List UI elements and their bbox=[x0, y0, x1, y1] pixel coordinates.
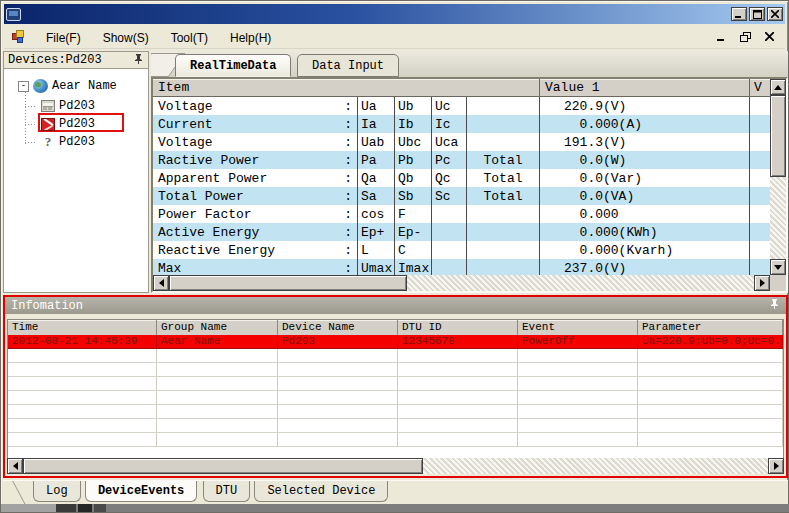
scrollbar-thumb[interactable] bbox=[770, 95, 786, 177]
tab-dtu[interactable]: DTU bbox=[203, 481, 251, 502]
sub-item-cell bbox=[466, 259, 539, 275]
sub-item-cell bbox=[431, 205, 466, 223]
event-cell bbox=[518, 419, 638, 432]
scroll-down-button[interactable] bbox=[770, 259, 786, 275]
mdi-restore-button[interactable] bbox=[739, 31, 751, 43]
tree-node-label: Pd203 bbox=[59, 99, 95, 113]
event-row-empty[interactable] bbox=[8, 391, 783, 405]
realtime-table-row[interactable]: Max:UmaxImax237.0(V) bbox=[153, 259, 770, 275]
realtime-table-row[interactable]: Active Energy:Ep+Ep- 0.000(KWh) bbox=[153, 223, 770, 241]
event-row-alert[interactable]: 2012-08-21 14:45:39Aear NamePd2031234567… bbox=[8, 335, 783, 349]
event-column-header[interactable]: Group Name bbox=[157, 320, 278, 335]
menu-item[interactable]: Tool(T) bbox=[160, 28, 219, 48]
right-arrow-icon bbox=[760, 279, 765, 287]
event-cell bbox=[398, 349, 518, 362]
vertical-scrollbar[interactable] bbox=[770, 79, 786, 275]
event-cell: Ua=220.9;Ub=0.0;Uc=0.0 bbox=[638, 335, 783, 348]
tab-deviceevents[interactable]: DeviceEvents bbox=[85, 481, 197, 502]
sub-item-cell bbox=[466, 97, 539, 115]
menu-item[interactable]: Show(S) bbox=[92, 28, 160, 48]
scroll-left-button[interactable] bbox=[153, 275, 169, 291]
realtime-table-row[interactable]: Voltage:UabUbcUca191.3(V) bbox=[153, 133, 770, 151]
event-cell bbox=[8, 419, 157, 432]
meter-icon bbox=[41, 100, 55, 112]
event-row-empty[interactable] bbox=[8, 377, 783, 391]
scroll-up-button[interactable] bbox=[770, 79, 786, 95]
event-column-header[interactable]: Device Name bbox=[278, 320, 398, 335]
item-label: Reactive Energy bbox=[158, 243, 275, 258]
tab-data-input[interactable]: Data Input bbox=[297, 54, 399, 77]
value1-cell: 237.0(V) bbox=[539, 259, 749, 275]
tab-realtimedata[interactable]: RealTimeData bbox=[175, 54, 291, 77]
scroll-right-button[interactable] bbox=[754, 275, 770, 291]
event-row-empty[interactable] bbox=[8, 405, 783, 419]
column-header-item[interactable]: Item bbox=[153, 79, 539, 96]
tree-collapse-icon[interactable]: - bbox=[18, 81, 29, 92]
menu-item[interactable]: File(F) bbox=[35, 28, 92, 48]
event-cell bbox=[278, 377, 398, 390]
sub-item-cell: C bbox=[394, 241, 431, 259]
mdi-close-button[interactable] bbox=[763, 31, 775, 43]
scroll-right-button[interactable] bbox=[768, 458, 784, 474]
tree-device-node[interactable]: ?Pd203 bbox=[25, 133, 95, 151]
event-cell bbox=[638, 363, 783, 376]
event-row-empty[interactable] bbox=[8, 349, 783, 363]
realtime-table-row[interactable]: Reactive Energy:LC 0.000(Kvarh) bbox=[153, 241, 770, 259]
tree-node-label: Aear Name bbox=[52, 79, 117, 93]
mdi-minimize-button[interactable] bbox=[715, 31, 727, 43]
pin-icon[interactable] bbox=[133, 53, 144, 68]
realtime-table-row[interactable]: Total Power:SaSbScTotal 0.0(VA) bbox=[153, 187, 770, 205]
sub-item-cell: L bbox=[357, 241, 394, 259]
tab-log[interactable]: Log bbox=[33, 481, 81, 502]
realtime-table-row[interactable]: Ractive Power:PaPbPcTotal 0.0(W) bbox=[153, 151, 770, 169]
event-cell bbox=[157, 363, 278, 376]
event-row-empty[interactable] bbox=[8, 363, 783, 377]
event-cell bbox=[8, 349, 157, 362]
event-cell bbox=[8, 391, 157, 404]
sub-item-cell: Pb bbox=[394, 151, 431, 169]
value2-cell-partial bbox=[749, 187, 770, 205]
title-bar[interactable] bbox=[4, 4, 785, 24]
event-row-empty[interactable] bbox=[8, 419, 783, 433]
realtime-table-row[interactable]: Apparent Power:QaQbQcTotal 0.0(Var) bbox=[153, 169, 770, 187]
close-button[interactable] bbox=[767, 7, 783, 21]
value2-cell-partial bbox=[749, 241, 770, 259]
horizontal-scrollbar[interactable] bbox=[7, 458, 784, 474]
realtime-table-row[interactable]: Voltage:UaUbUc220.9(V) bbox=[153, 97, 770, 115]
event-column-header[interactable]: Event bbox=[518, 320, 638, 335]
realtime-table-row[interactable]: Current:IaIbIc 0.000(A) bbox=[153, 115, 770, 133]
tree-device-node[interactable]: Pd203 bbox=[25, 115, 95, 133]
event-column-header[interactable]: DTU ID bbox=[398, 320, 518, 335]
desktop-taskbar-sliver bbox=[1, 504, 789, 512]
maximize-button[interactable] bbox=[749, 7, 765, 21]
realtime-table-row[interactable]: Power Factor:cosF 0.000 bbox=[153, 205, 770, 223]
mdi-close-icon bbox=[765, 32, 774, 41]
minimize-button[interactable] bbox=[731, 7, 747, 21]
event-cell bbox=[157, 419, 278, 432]
tab-selected-device[interactable]: Selected Device bbox=[254, 481, 388, 502]
value1-cell: 0.0(Var) bbox=[539, 169, 749, 187]
menu-item[interactable]: Help(H) bbox=[219, 28, 282, 48]
scrollbar-thumb[interactable] bbox=[23, 458, 423, 474]
scroll-left-button[interactable] bbox=[7, 458, 23, 474]
pin-icon[interactable] bbox=[769, 298, 780, 313]
sub-item-cell bbox=[466, 241, 539, 259]
column-header-value1[interactable]: Value 1 bbox=[539, 79, 749, 96]
tree-root-node[interactable]: -Aear Name bbox=[18, 77, 117, 95]
realtime-table-header: Item Value 1 V bbox=[153, 79, 770, 97]
event-cell bbox=[518, 433, 638, 446]
sub-item-cell: Total bbox=[466, 187, 539, 205]
event-row-empty[interactable] bbox=[8, 433, 783, 447]
value2-cell-partial bbox=[749, 169, 770, 187]
scrollbar-thumb[interactable] bbox=[169, 275, 407, 291]
sub-item-cell: Qb bbox=[394, 169, 431, 187]
event-column-header[interactable]: Parameter bbox=[638, 320, 783, 335]
event-cell bbox=[638, 419, 783, 432]
horizontal-scrollbar[interactable] bbox=[153, 275, 770, 291]
sub-item-cell: Sc bbox=[431, 187, 466, 205]
value2-cell-partial bbox=[749, 97, 770, 115]
sub-item-cell: Ep+ bbox=[357, 223, 394, 241]
mdi-minimize-icon bbox=[717, 32, 726, 41]
event-column-header[interactable]: Time bbox=[8, 320, 157, 335]
column-header-value2-partial[interactable]: V bbox=[749, 79, 770, 96]
